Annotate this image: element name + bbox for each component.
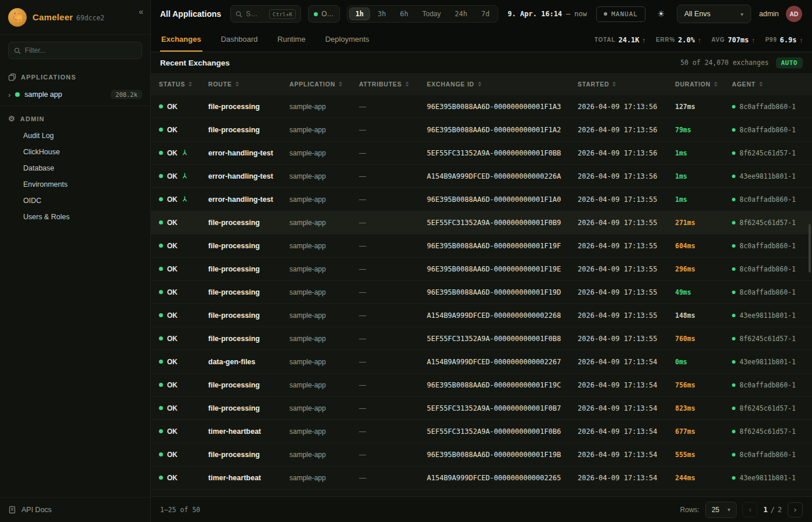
duration-cell: 49ms — [675, 288, 732, 296]
time-range-display[interactable]: 9. Apr. 16:14 — now — [507, 10, 587, 18]
column-header-agent[interactable]: AGENT — [732, 81, 812, 88]
sort-icon[interactable] — [339, 82, 342, 86]
sort-icon[interactable] — [235, 82, 239, 86]
table-row[interactable]: OK timer-heartbeat sample-app — A154B9A9… — [151, 466, 812, 490]
table-row[interactable]: OK file-processing sample-app — 96E395B0… — [151, 258, 812, 281]
agent-id: 8c0affadb860-1 — [740, 242, 796, 250]
filter-input[interactable] — [25, 46, 136, 55]
theme-toggle-button[interactable]: ☀ — [652, 5, 670, 23]
range-1h[interactable]: 1h — [349, 8, 370, 20]
column-header-attributes[interactable]: ATTRIBUTES — [359, 81, 427, 88]
sort-icon[interactable] — [478, 82, 481, 86]
avatar[interactable]: AD — [786, 6, 802, 22]
sidebar-item-clickhouse[interactable]: ClickHouse — [0, 144, 150, 160]
table-row[interactable]: OK file-processing sample-app — 96E395B0… — [151, 443, 812, 466]
table-scrollbar[interactable] — [809, 224, 811, 273]
column-header-exchange-id[interactable]: EXCHANGE ID — [427, 81, 578, 88]
range-6h[interactable]: 6h — [394, 8, 415, 20]
column-header-duration[interactable]: DURATION — [675, 81, 732, 88]
sidebar-item-audit-log[interactable]: Audit Log — [0, 128, 150, 144]
online-dot — [314, 12, 318, 16]
column-header-status[interactable]: STATUS — [159, 81, 208, 88]
sidebar-item-users-roles[interactable]: Users & Roles — [0, 209, 150, 225]
status-ok-dot — [159, 406, 163, 410]
agent-cell: 8f6245c61d57-1 — [732, 149, 812, 157]
prev-page-button[interactable]: ‹ — [742, 502, 757, 517]
rows-per-page-select[interactable]: 25 ▾ — [705, 502, 737, 518]
table-row[interactable]: OK error-handling-test sample-app — A154… — [151, 165, 812, 188]
global-search[interactable]: Ctrl+K — [230, 5, 301, 23]
sort-icon[interactable] — [405, 82, 409, 86]
table-row[interactable]: OK data-gen-files sample-app — A154B9A99… — [151, 350, 812, 374]
exchange-id-cell: A154B9A999DFCED-000000000000226A — [427, 172, 578, 180]
route-cell: file-processing — [208, 335, 289, 343]
table-row[interactable]: OK file-processing sample-app — 96E395B0… — [151, 95, 812, 118]
sidebar-item-oidc[interactable]: OIDC — [0, 193, 150, 209]
sidebar-item-database[interactable]: Database — [0, 160, 150, 176]
attributes-cell: — — [359, 311, 427, 320]
range-7d[interactable]: 7d — [475, 8, 496, 20]
sort-icon[interactable] — [759, 82, 763, 86]
status-label: OK — [167, 195, 177, 204]
table-row[interactable]: OK file-processing sample-app — 5EF55FC3… — [151, 327, 812, 350]
range-today[interactable]: Today — [416, 8, 447, 20]
tab-exchanges[interactable]: Exchanges — [160, 28, 202, 52]
range-3h[interactable]: 3h — [371, 8, 392, 20]
next-page-button[interactable]: › — [788, 502, 803, 517]
status-label: OK — [167, 404, 177, 412]
sidebar-item-sample-app[interactable]: › sample app 208.2k — [0, 86, 150, 106]
column-header-started[interactable]: STARTED — [578, 81, 675, 88]
started-cell: 2026-04-09 17:13:55 — [578, 335, 675, 343]
total-pages: 2 — [778, 506, 782, 514]
agent-id: 8c0affadb860-1 — [740, 126, 796, 134]
table-row[interactable]: OK file-processing sample-app — 96E395B0… — [151, 118, 812, 142]
online-indicator[interactable]: O… — [308, 5, 339, 23]
manual-label: MANUAL — [611, 10, 638, 18]
sort-icon[interactable] — [612, 82, 616, 86]
auto-refresh-badge[interactable]: AUTO — [776, 57, 803, 68]
table-row[interactable]: OK timer-heartbeat sample-app — 5EF55FC3… — [151, 420, 812, 443]
manual-refresh-button[interactable]: MANUAL — [596, 6, 646, 22]
agent-dot — [732, 221, 735, 224]
chevron-right-icon[interactable]: › — [8, 90, 10, 99]
tab-deployments[interactable]: Deployments — [324, 28, 371, 52]
sidebar-item-environments[interactable]: Environments — [0, 176, 150, 193]
sidebar-filter[interactable] — [8, 42, 142, 59]
search-shortcut: Ctrl+K — [269, 9, 296, 19]
agent-dot — [732, 314, 735, 317]
environment-select[interactable]: All Envs ▾ — [677, 5, 751, 23]
search-input[interactable] — [246, 10, 266, 18]
table-row[interactable]: OK file-processing sample-app — A154B9A9… — [151, 304, 812, 327]
started-cell: 2026-04-09 17:13:56 — [578, 126, 675, 134]
stat-total: TOTAL 24.1K ↑ — [594, 36, 646, 44]
started-cell: 2026-04-09 17:13:54 — [578, 451, 675, 459]
table-row[interactable]: OK file-processing sample-app — 96E395B0… — [151, 234, 812, 258]
column-header-route[interactable]: ROUTE — [208, 81, 289, 88]
exchange-id-cell: 5EF55FC31352A9A-000000000001F0BB — [427, 149, 578, 157]
stat-p99: P99 6.9s ↑ — [765, 36, 803, 44]
status-label: OK — [167, 242, 177, 250]
env-selected-value: All Envs — [684, 10, 710, 18]
agent-id: 8f6245c61d57-1 — [740, 149, 796, 157]
tab-dashboard[interactable]: Dashboard — [220, 28, 259, 52]
api-docs-link[interactable]: API Docs — [0, 497, 150, 522]
table-row[interactable]: OK file-processing sample-app — 5EF55FC3… — [151, 397, 812, 420]
status-ok-dot — [159, 197, 163, 201]
sort-icon[interactable] — [714, 82, 717, 86]
tabs: Exchanges Dashboard Runtime Deployments — [160, 28, 371, 52]
document-icon — [8, 506, 16, 514]
agent-dot — [732, 128, 735, 132]
agent-dot — [732, 244, 735, 248]
attributes-cell: — — [359, 288, 427, 296]
search-icon — [14, 47, 21, 55]
table-row[interactable]: OK file-processing sample-app — 96E395B0… — [151, 281, 812, 304]
sort-icon[interactable] — [188, 82, 192, 86]
table-row[interactable]: OK error-handling-test sample-app — 96E3… — [151, 188, 812, 211]
column-header-application[interactable]: APPLICATION — [289, 81, 359, 88]
table-row[interactable]: OK error-handling-test sample-app — 5EF5… — [151, 142, 812, 165]
tab-runtime[interactable]: Runtime — [276, 28, 306, 52]
table-row[interactable]: OK file-processing sample-app — 96E395B0… — [151, 374, 812, 397]
table-row[interactable]: OK file-processing sample-app — 5EF55FC3… — [151, 211, 812, 234]
range-24h[interactable]: 24h — [448, 8, 474, 20]
sidebar-collapse-icon[interactable]: « — [139, 7, 143, 16]
